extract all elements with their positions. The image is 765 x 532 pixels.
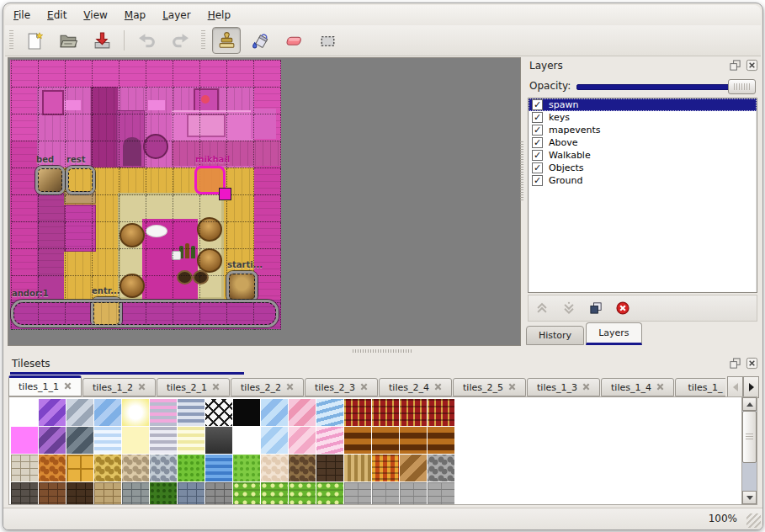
- palette-tile[interactable]: [400, 427, 427, 454]
- palette-tile[interactable]: [66, 482, 93, 505]
- palette-tile[interactable]: [39, 399, 66, 426]
- palette-tile[interactable]: [261, 427, 288, 454]
- palette-tile[interactable]: [205, 482, 232, 505]
- layer-visibility-checkbox[interactable]: ✓: [532, 99, 543, 110]
- menu-view[interactable]: View: [75, 7, 115, 24]
- tab-close-icon[interactable]: [656, 382, 664, 393]
- map-object-bottom-wall[interactable]: [11, 300, 279, 327]
- palette-tile[interactable]: [150, 482, 177, 505]
- scroll-tabs-right-button[interactable]: [743, 376, 759, 398]
- palette-tile[interactable]: [122, 399, 149, 426]
- palette-tile[interactable]: [178, 399, 205, 426]
- dock-tab-layers[interactable]: Layers: [586, 322, 641, 345]
- palette-tile[interactable]: [66, 427, 93, 454]
- palette-tile[interactable]: [400, 482, 427, 505]
- menu-file[interactable]: File: [5, 7, 39, 24]
- new-file-button[interactable]: [20, 27, 49, 54]
- undo-button[interactable]: [132, 27, 161, 54]
- palette-tile[interactable]: [122, 482, 149, 505]
- palette-tile[interactable]: [400, 399, 427, 426]
- tab-close-icon[interactable]: [64, 381, 72, 392]
- horizontal-splitter[interactable]: [3, 347, 762, 354]
- palette-tile[interactable]: [39, 482, 66, 505]
- close-panel-button[interactable]: [745, 356, 759, 370]
- layer-visibility-checkbox[interactable]: ✓: [532, 175, 543, 186]
- palette-tile[interactable]: [66, 399, 93, 426]
- palette-tile[interactable]: [289, 482, 316, 505]
- layer-row-keys[interactable]: ✓keys: [529, 111, 757, 124]
- selection-handle[interactable]: [219, 188, 231, 200]
- scroll-up-button[interactable]: [742, 397, 757, 411]
- layer-row-spawn[interactable]: ✓spawn: [529, 98, 757, 111]
- menu-help[interactable]: Help: [199, 7, 239, 24]
- tileset-tab-tiles_1_1[interactable]: tiles_1_1: [8, 375, 82, 396]
- palette-tile[interactable]: [94, 399, 121, 426]
- palette-tile[interactable]: [39, 427, 66, 454]
- palette-tile[interactable]: [344, 399, 371, 426]
- palette-tile[interactable]: [178, 455, 205, 481]
- palette-tile[interactable]: [289, 427, 316, 454]
- palette-tile[interactable]: [233, 427, 260, 454]
- palette-scrollbar[interactable]: [741, 397, 757, 504]
- tileset-tab-tiles_2_1[interactable]: tiles_2_1: [157, 378, 230, 396]
- palette-tile[interactable]: [261, 482, 288, 505]
- palette-tile[interactable]: [261, 399, 288, 426]
- layer-row-Ground[interactable]: ✓Ground: [529, 174, 757, 187]
- tileset-tab-tiles_1_2[interactable]: tiles_1_2: [82, 378, 156, 396]
- open-file-button[interactable]: [54, 27, 82, 54]
- tab-close-icon[interactable]: [286, 382, 294, 393]
- tileset-tab-tiles_2_3[interactable]: tiles_2_3: [305, 378, 378, 396]
- layer-visibility-checkbox[interactable]: ✓: [532, 125, 543, 136]
- palette-tile[interactable]: [94, 427, 121, 454]
- tileset-tab-tiles_2_4[interactable]: tiles_2_4: [379, 378, 452, 396]
- tileset-tab-tiles_1_3[interactable]: tiles_1_3: [527, 378, 600, 396]
- map-object-bed[interactable]: [35, 166, 65, 194]
- palette-tile[interactable]: [11, 455, 38, 481]
- palette-tile[interactable]: [428, 399, 454, 426]
- menu-map[interactable]: Map: [116, 7, 154, 24]
- palette-tile[interactable]: [233, 482, 260, 505]
- map-object-mikhail[interactable]: [194, 166, 226, 194]
- layer-row-mapevents[interactable]: ✓mapevents: [529, 124, 757, 136]
- layer-visibility-checkbox[interactable]: ✓: [532, 112, 543, 123]
- palette-tile[interactable]: [11, 399, 38, 426]
- delete-layer-button[interactable]: [611, 298, 635, 318]
- save-file-button[interactable]: [88, 27, 116, 54]
- layer-visibility-checkbox[interactable]: ✓: [532, 162, 543, 173]
- stamp-tool-button[interactable]: [212, 27, 241, 54]
- menu-edit[interactable]: Edit: [39, 7, 75, 24]
- scroll-tabs-left-button[interactable]: [727, 376, 743, 398]
- tileset-tab-tiles_2_2[interactable]: tiles_2_2: [231, 378, 304, 396]
- tileset-palette[interactable]: [8, 396, 757, 505]
- palette-tile[interactable]: [428, 427, 454, 454]
- palette-tile[interactable]: [316, 482, 343, 505]
- palette-tile[interactable]: [11, 427, 38, 454]
- layer-visibility-checkbox[interactable]: ✓: [532, 137, 543, 148]
- palette-tile[interactable]: [344, 482, 371, 505]
- float-panel-button[interactable]: [728, 356, 742, 370]
- layer-row-Above[interactable]: ✓Above: [529, 136, 757, 149]
- lower-layer-button[interactable]: [557, 298, 581, 318]
- tileset-tab-tiles_1_[interactable]: tiles_1_: [675, 378, 725, 396]
- close-panel-button[interactable]: [745, 58, 759, 72]
- map-object-start[interactable]: [226, 271, 258, 302]
- palette-tile[interactable]: [261, 455, 288, 481]
- palette-tile[interactable]: [428, 482, 454, 505]
- rect-select-tool-button[interactable]: [313, 27, 342, 54]
- palette-tile[interactable]: [122, 455, 149, 481]
- tab-close-icon[interactable]: [508, 382, 516, 393]
- palette-tile[interactable]: [372, 455, 399, 481]
- layer-row-Objects[interactable]: ✓Objects: [529, 162, 757, 174]
- palette-tile[interactable]: [372, 427, 399, 454]
- palette-tile[interactable]: [94, 455, 121, 481]
- tileset-tab-tiles_1_4[interactable]: tiles_1_4: [601, 378, 674, 396]
- dock-tab-history[interactable]: History: [526, 326, 584, 345]
- palette-tile[interactable]: [94, 482, 121, 505]
- tab-close-icon[interactable]: [212, 382, 220, 393]
- palette-tile[interactable]: [316, 399, 343, 426]
- layer-visibility-checkbox[interactable]: ✓: [532, 150, 543, 161]
- map-object-rest[interactable]: [66, 166, 95, 194]
- redo-button[interactable]: [166, 27, 194, 54]
- palette-tile[interactable]: [150, 455, 177, 481]
- fill-tool-button[interactable]: [246, 27, 274, 54]
